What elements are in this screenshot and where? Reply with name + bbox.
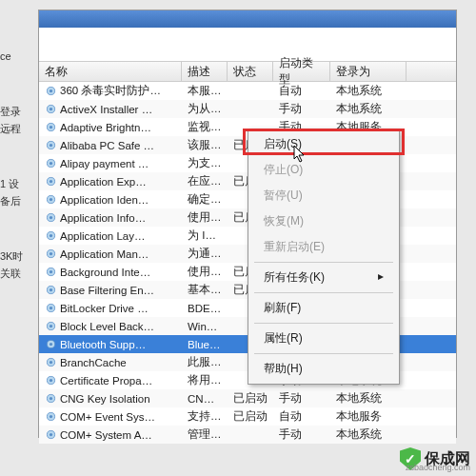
sidebar-text-fragment: ce 登录远程 1 设备后 3K时关联 (0, 48, 29, 320)
window-titlebar (39, 10, 456, 28)
svg-point-17 (50, 234, 52, 237)
watermark: ✓ 保成网 zsbaocheng.com (400, 447, 470, 470)
column-name[interactable]: 名称 (39, 62, 182, 81)
menu-help[interactable]: 帮助(H) (250, 356, 397, 382)
table-row[interactable]: COM+ Event Sys…支持…已启动自动本地服务 (39, 407, 456, 426)
svg-point-29 (50, 343, 52, 346)
table-row[interactable]: CNG Key IsolationCNG…已启动手动本地系统 (39, 389, 456, 407)
table-row[interactable]: COM+ System A…管理…手动本地系统 (39, 426, 456, 444)
column-status[interactable]: 状态 (228, 62, 273, 81)
svg-point-15 (50, 216, 52, 219)
menu-divider (254, 323, 393, 324)
menu-divider (254, 353, 393, 354)
table-row[interactable]: 360 杀毒实时防护…本服…自动本地系统 (39, 82, 456, 100)
svg-point-5 (50, 126, 52, 129)
menu-pause: 暂停(U) (250, 183, 397, 208)
menu-divider (254, 262, 393, 263)
column-startup-type[interactable]: 启动类型 (273, 62, 330, 81)
svg-point-35 (50, 397, 52, 400)
svg-point-9 (50, 162, 52, 165)
svg-point-37 (50, 415, 52, 418)
svg-point-1 (50, 89, 52, 92)
svg-point-21 (50, 270, 52, 273)
table-row[interactable]: ActiveX Installer …为从…手动本地系统 (39, 100, 456, 118)
menu-resume: 恢复(M) (250, 208, 397, 234)
menu-properties[interactable]: 属性(R) (250, 326, 397, 351)
column-login-as[interactable]: 登录为 (330, 62, 407, 81)
svg-point-39 (50, 433, 52, 436)
context-menu: 启动(S) 停止(O) 暂停(U) 恢复(M) 重新启动(E) 所有任务(K)▸… (248, 129, 400, 385)
svg-point-27 (50, 325, 52, 327)
svg-point-13 (50, 198, 52, 201)
menu-start[interactable]: 启动(S) (250, 131, 397, 157)
svg-point-7 (50, 144, 52, 147)
watermark-url: zsbaocheng.com (406, 463, 470, 472)
menu-refresh[interactable]: 刷新(F) (250, 295, 397, 321)
svg-point-31 (50, 361, 52, 364)
menu-stop: 停止(O) (250, 157, 397, 183)
svg-point-19 (50, 252, 52, 255)
column-description[interactable]: 描述 (182, 62, 228, 81)
table-header: 名称 描述 状态 启动类型 登录为 (39, 61, 456, 82)
svg-point-23 (50, 288, 52, 291)
svg-point-33 (50, 379, 52, 382)
svg-point-11 (50, 180, 52, 183)
svg-point-3 (50, 108, 52, 110)
svg-point-25 (50, 307, 52, 309)
menu-divider (254, 292, 393, 293)
menu-restart: 重新启动(E) (250, 234, 397, 260)
menu-all-tasks[interactable]: 所有任务(K)▸ (250, 265, 397, 290)
